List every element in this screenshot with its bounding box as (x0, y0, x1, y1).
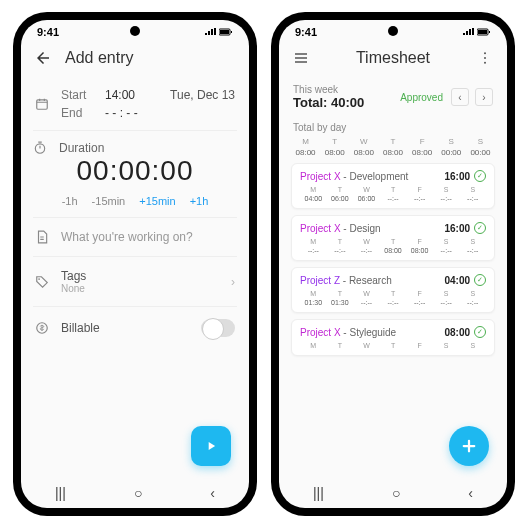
screen-left: 9:41 Add entry Start 14:00 (21, 20, 249, 508)
svg-rect-9 (489, 31, 490, 33)
svg-point-11 (484, 57, 486, 59)
entry-total: 16:00 (444, 223, 470, 234)
status-time: 9:41 (295, 26, 317, 38)
total-label: Total: 40:00 (293, 95, 400, 110)
battery-icon (477, 28, 491, 36)
status-time: 9:41 (37, 26, 59, 38)
document-icon (35, 230, 51, 244)
day-header: MTWTFSS (291, 135, 495, 148)
description-row[interactable]: What you're working on? (33, 218, 237, 257)
status-icons (205, 28, 233, 36)
svg-point-10 (484, 52, 486, 54)
task-name: - Development (341, 171, 409, 182)
battery-icon (219, 28, 233, 36)
menu-button[interactable] (291, 48, 311, 68)
camera-notch (388, 26, 398, 36)
entry-card[interactable]: Project X - Development 16:00 ✓ MTWTFSS … (291, 163, 495, 209)
check-icon: ✓ (474, 170, 486, 182)
time-row[interactable]: Start 14:00 Tue, Dec 13 End - - : - - (33, 78, 237, 131)
nav-recent[interactable]: ||| (55, 485, 66, 501)
svg-rect-3 (37, 100, 48, 109)
svg-point-12 (484, 62, 486, 64)
nav-recent[interactable]: ||| (313, 485, 324, 501)
nav-home[interactable]: ○ (134, 485, 142, 501)
check-icon: ✓ (474, 222, 486, 234)
quick-minus-1h[interactable]: -1h (62, 195, 78, 207)
section-title: Total by day (291, 116, 495, 135)
svg-rect-1 (220, 30, 229, 34)
task-name: - Research (340, 275, 392, 286)
nav-back[interactable]: ‹ (468, 485, 473, 501)
day-totals: 08:0008:0008:0008:0008:0000:0000:00 (291, 148, 495, 163)
calendar-icon (35, 97, 51, 111)
svg-rect-2 (231, 31, 232, 33)
task-name: - Styleguide (341, 327, 397, 338)
summary-row: This week Total: 40:00 Approved ‹ › (291, 78, 495, 116)
tags-label: Tags (61, 269, 221, 283)
page-title: Add entry (65, 49, 133, 67)
project-name: Project X (300, 223, 341, 234)
more-button[interactable] (475, 48, 495, 68)
start-time: 14:00 (105, 88, 135, 102)
quick-minus-15m[interactable]: -15min (92, 195, 126, 207)
header-left: Add entry (33, 40, 237, 78)
header-right: Timesheet (291, 40, 495, 78)
phone-right: 9:41 Timesheet This week Total: 40:00 (271, 12, 515, 516)
play-button[interactable] (191, 426, 231, 466)
entry-total: 08:00 (444, 327, 470, 338)
entry-card[interactable]: Project X - Design 16:00 ✓ MTWTFSS --:--… (291, 215, 495, 261)
project-name: Project Z (300, 275, 340, 286)
nav-back[interactable]: ‹ (210, 485, 215, 501)
approved-badge: Approved (400, 92, 443, 103)
status-icons (463, 28, 491, 36)
project-name: Project X (300, 327, 341, 338)
quick-plus-15m[interactable]: +15min (139, 195, 175, 207)
tags-value: None (61, 283, 221, 294)
start-date: Tue, Dec 13 (170, 88, 235, 102)
end-time: - - : - - (105, 106, 138, 120)
entry-card[interactable]: Project X - Styleguide 08:00 ✓ MTWTFSS (291, 319, 495, 356)
page-title: Timesheet (323, 49, 463, 67)
svg-rect-8 (478, 30, 487, 34)
svg-point-5 (38, 278, 40, 280)
entries-list: Project X - Development 16:00 ✓ MTWTFSS … (291, 163, 495, 356)
project-name: Project X (300, 171, 341, 182)
check-icon: ✓ (474, 326, 486, 338)
chevron-right-icon: › (231, 275, 235, 289)
dollar-icon (35, 321, 51, 335)
billable-label: Billable (61, 321, 100, 335)
screen-right: 9:41 Timesheet This week Total: 40:00 (279, 20, 507, 508)
tags-row[interactable]: Tags None › (33, 257, 237, 307)
duration-block: Duration 00:00:00 -1h -15min +15min +1h (33, 131, 237, 218)
stopwatch-icon (33, 141, 49, 155)
billable-row: Billable (33, 307, 237, 349)
signal-icon (205, 28, 217, 36)
duration-label: Duration (59, 141, 104, 155)
entry-card[interactable]: Project Z - Research 04:00 ✓ MTWTFSS 01:… (291, 267, 495, 313)
task-name: - Design (341, 223, 381, 234)
svg-point-4 (35, 144, 44, 153)
android-navbar: ||| ○ ‹ (21, 478, 249, 508)
tag-icon (35, 275, 51, 289)
billable-toggle[interactable] (201, 319, 235, 337)
prev-week-button[interactable]: ‹ (451, 88, 469, 106)
quick-plus-1h[interactable]: +1h (190, 195, 209, 207)
entry-total: 16:00 (444, 171, 470, 182)
camera-notch (130, 26, 140, 36)
quick-buttons: -1h -15min +15min +1h (33, 195, 237, 207)
phone-left: 9:41 Add entry Start 14:00 (13, 12, 257, 516)
android-navbar: ||| ○ ‹ (279, 478, 507, 508)
start-label: Start (61, 88, 93, 102)
add-button[interactable] (449, 426, 489, 466)
check-icon: ✓ (474, 274, 486, 286)
week-label: This week (293, 84, 400, 95)
back-button[interactable] (33, 48, 53, 68)
duration-value[interactable]: 00:00:00 (33, 155, 237, 187)
description-placeholder: What you're working on? (61, 230, 193, 244)
nav-home[interactable]: ○ (392, 485, 400, 501)
end-label: End (61, 106, 93, 120)
entry-total: 04:00 (444, 275, 470, 286)
next-week-button[interactable]: › (475, 88, 493, 106)
signal-icon (463, 28, 475, 36)
